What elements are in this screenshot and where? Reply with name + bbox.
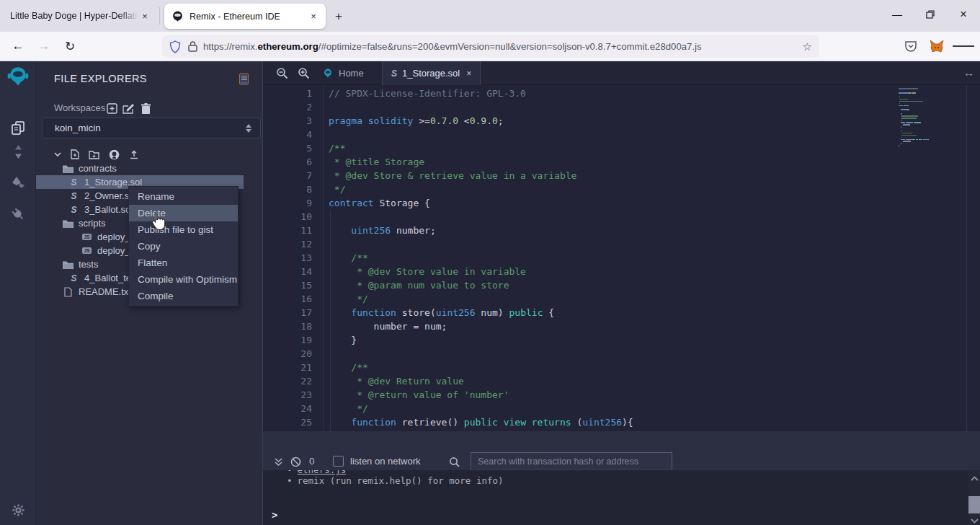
window-close-button[interactable]: × [947, 0, 980, 29]
code-line: * @title Storage [329, 155, 894, 169]
github-clone-icon[interactable] [109, 149, 120, 160]
context-menu-publish-file-to-gist[interactable]: Publish file to gist [129, 221, 238, 238]
code-token: /** [329, 362, 368, 373]
tab-close-icon[interactable]: × [307, 10, 320, 23]
workspaces-label: Workspaces [54, 102, 105, 113]
reload-button[interactable]: ↻ [59, 36, 81, 56]
solidity-compiler-icon[interactable] [6, 139, 30, 164]
tree-item-contracts[interactable]: contracts [36, 162, 263, 175]
new-tab-button[interactable]: + [330, 8, 347, 25]
minimap-border [966, 85, 967, 431]
window-maximize-button[interactable] [914, 0, 947, 29]
code-line: /** [329, 141, 894, 155]
tree-item-label: 2_Owner.so [84, 190, 134, 201]
metamask-icon[interactable] [926, 36, 948, 56]
minimap-segment [917, 122, 920, 123]
minimap-line [899, 105, 965, 107]
context-menu-copy[interactable]: Copy [129, 238, 238, 255]
context-menu-rename[interactable]: Rename [129, 188, 238, 205]
workspace-select[interactable]: koin_micin [42, 118, 261, 138]
terminal-line: •ethers.js [287, 470, 935, 475]
terminal-search-input[interactable] [471, 452, 672, 470]
forward-button[interactable]: → [33, 36, 55, 56]
bullet-icon: • [287, 475, 293, 486]
minimap-line [899, 124, 965, 125]
rename-workspace-icon[interactable] [122, 102, 135, 115]
terminal-prompt[interactable]: > [272, 509, 277, 521]
deploy-and-run-icon[interactable] [6, 170, 30, 195]
terminal-link[interactable]: ethers.js [298, 470, 347, 475]
documentation-book-icon[interactable] [239, 73, 249, 88]
code-token: number; [391, 225, 436, 236]
code-line [329, 237, 894, 251]
file-file-icon [62, 287, 74, 297]
code-line: */ [329, 182, 894, 196]
context-menu-delete[interactable]: Delete [129, 205, 238, 221]
collapse-chevron-icon[interactable] [54, 151, 61, 157]
new-file-icon[interactable] [71, 149, 79, 159]
line-number: 3 [263, 114, 312, 128]
context-menu-compile-with-optimism[interactable]: Compile with Optimism [129, 271, 238, 288]
expand-horizontal-icon[interactable]: ↔ [963, 66, 974, 79]
minimap-segment [920, 122, 921, 123]
terminal-search-icon[interactable] [447, 455, 460, 468]
minimap-line [899, 113, 965, 115]
context-menu-flatten[interactable]: Flatten [129, 255, 238, 271]
tab-close-icon[interactable]: × [138, 9, 151, 22]
select-caret-icon [246, 124, 251, 133]
new-folder-icon[interactable] [89, 150, 99, 159]
bookmark-star-icon[interactable]: ☆ [803, 40, 812, 53]
settings-gear-icon[interactable] [6, 498, 30, 522]
file-actions-bar [54, 148, 139, 161]
scrollbar-thumb[interactable] [968, 496, 980, 513]
minimap-line [899, 137, 965, 138]
remix-logo-icon[interactable] [6, 65, 30, 89]
code-content[interactable]: // SPDX-License-Identifier: GPL-3.0 prag… [329, 87, 894, 431]
minimap-segment [901, 137, 903, 138]
editor-minimap[interactable] [899, 88, 965, 147]
terminal-collapse-icon[interactable] [272, 455, 285, 468]
scroll-up-icon[interactable] [968, 472, 980, 484]
upload-icon[interactable] [129, 149, 139, 159]
minimap-line [899, 118, 965, 119]
browser-tab-active[interactable]: Remix - Ethereum IDE × [164, 4, 326, 29]
listen-on-network-checkbox[interactable] [333, 456, 344, 467]
plugin-manager-icon[interactable] [6, 202, 30, 226]
line-number: 5 [263, 141, 312, 155]
delete-workspace-icon[interactable] [139, 102, 152, 115]
file-explorer-icon[interactable] [6, 115, 30, 140]
editor-tab-home[interactable]: Home [313, 61, 373, 85]
line-number: 6 [263, 155, 312, 169]
code-token: * @return value of 'number' [329, 389, 509, 400]
minimap-line [899, 103, 965, 105]
minimap-segment [919, 139, 922, 141]
url-bar[interactable]: https://remix.ethereum.org/#optimize=fal… [162, 35, 819, 58]
code-token: { [543, 307, 554, 318]
line-number: 4 [263, 128, 312, 141]
code-token [498, 417, 504, 428]
line-number: 17 [263, 306, 312, 319]
code-token: function [351, 417, 396, 428]
menu-icon[interactable] [953, 36, 974, 56]
minimap-segment [903, 141, 911, 142]
zoom-in-icon[interactable] [298, 67, 311, 80]
code-line: */ [329, 402, 894, 415]
context-menu-compile[interactable]: Compile [129, 288, 238, 304]
window-minimize-button[interactable]: — [881, 0, 914, 29]
scroll-down-icon[interactable] [968, 515, 980, 525]
back-button[interactable]: ← [7, 36, 29, 56]
create-workspace-icon[interactable] [105, 102, 118, 115]
minimap-segment [905, 109, 909, 110]
editor-tab-storage[interactable]: S 1_Storage.sol × [382, 61, 481, 85]
tracking-shield-icon[interactable] [169, 40, 181, 53]
terminal-clear-icon[interactable] [289, 455, 302, 468]
pocket-icon[interactable] [900, 36, 922, 56]
tab-close-icon[interactable]: × [466, 69, 471, 79]
lock-icon[interactable] [188, 40, 197, 53]
minimap-line [899, 97, 965, 98]
zoom-out-icon[interactable] [276, 67, 289, 80]
browser-tab-inactive[interactable]: Little Baby Doge | Hyper-Deflationa × [0, 0, 157, 32]
line-number: 24 [263, 402, 312, 415]
minimap-line [899, 111, 965, 112]
code-line: * @param num value to store [329, 278, 894, 292]
